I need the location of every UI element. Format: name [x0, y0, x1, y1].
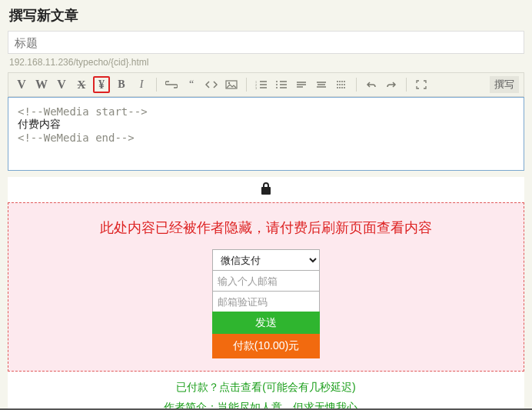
pay-button[interactable]: 付款(10.00)元	[212, 334, 320, 358]
svg-point-6	[276, 84, 278, 85]
svg-point-5	[276, 81, 278, 82]
ul-button[interactable]	[273, 76, 290, 93]
hr-icon	[316, 80, 327, 89]
svg-text:3: 3	[255, 86, 257, 89]
hr-button[interactable]	[313, 76, 330, 93]
w-button[interactable]: W	[33, 76, 50, 93]
page-title: 撰写新文章	[0, 0, 532, 29]
permalink: 192.168.11.236/typecho/{cid}.html	[0, 55, 532, 72]
image-icon	[225, 80, 238, 89]
heading-button[interactable]	[293, 76, 310, 93]
author-bio: 作者简介：岂能尽如人意，但求无愧我心。	[8, 399, 524, 410]
unordered-list-icon	[275, 80, 288, 89]
undo-icon	[366, 80, 377, 89]
email-input[interactable]	[212, 270, 320, 292]
compose-mode-button[interactable]: 撰写	[490, 76, 519, 93]
toolbar-separator	[246, 78, 247, 92]
more-icon	[336, 80, 347, 89]
svg-point-7	[276, 87, 278, 88]
strike-button[interactable]: X	[73, 76, 90, 93]
code-icon	[205, 80, 218, 89]
send-code-button[interactable]: 发送	[212, 312, 320, 335]
quote-button[interactable]: “	[183, 76, 200, 93]
redo-icon	[386, 80, 397, 89]
title-input-wrap	[0, 29, 532, 55]
toolbar-separator	[406, 78, 407, 92]
preview-panel: 此处内容已经被作者隐藏，请付费后刷新页面查看内容 微信支付 发送 付款(10.0…	[8, 177, 524, 410]
toolbar-separator	[156, 78, 157, 92]
ordered-list-icon: 123	[255, 80, 268, 89]
editor-toolbar: V W V X ¥ B I “ 123 撰写	[8, 72, 524, 97]
italic-button[interactable]: I	[133, 76, 150, 93]
editor-line: <!--WeMedia end-->	[18, 132, 514, 144]
link-button[interactable]	[163, 76, 180, 93]
v-button[interactable]: V	[13, 76, 30, 93]
fullscreen-button[interactable]	[413, 76, 430, 93]
paywall-box: 此处内容已经被作者隐藏，请付费后刷新页面查看内容 微信支付 发送 付款(10.0…	[8, 202, 524, 372]
paywall-form: 微信支付 发送 付款(10.00)元	[212, 249, 320, 358]
code-button[interactable]	[203, 76, 220, 93]
undo-button[interactable]	[363, 76, 380, 93]
image-button[interactable]	[223, 76, 240, 93]
editor-line: <!--WeMedia start-->	[18, 105, 514, 118]
redo-button[interactable]	[383, 76, 400, 93]
editor-line: 付费内容	[18, 118, 514, 132]
title-input[interactable]	[8, 31, 524, 54]
already-paid-link[interactable]: 已付款？点击查看(可能会有几秒延迟)	[8, 372, 524, 399]
fullscreen-icon	[416, 80, 427, 89]
lock-icon	[8, 177, 524, 202]
heading-icon	[296, 80, 307, 89]
more-button[interactable]	[333, 76, 350, 93]
bold-button[interactable]: B	[113, 76, 130, 93]
payment-method-select[interactable]: 微信支付	[212, 249, 320, 271]
yen-button[interactable]: ¥	[93, 76, 110, 93]
paywall-message: 此处内容已经被作者隐藏，请付费后刷新页面查看内容	[21, 218, 511, 237]
toolbar-separator	[356, 78, 357, 92]
link-icon	[165, 81, 178, 88]
verify-code-input[interactable]	[212, 291, 320, 312]
svg-point-1	[228, 82, 230, 84]
v2-button[interactable]: V	[53, 76, 70, 93]
ol-button[interactable]: 123	[253, 76, 270, 93]
editor-textarea[interactable]: <!--WeMedia start--> 付费内容 <!--WeMedia en…	[8, 97, 524, 171]
